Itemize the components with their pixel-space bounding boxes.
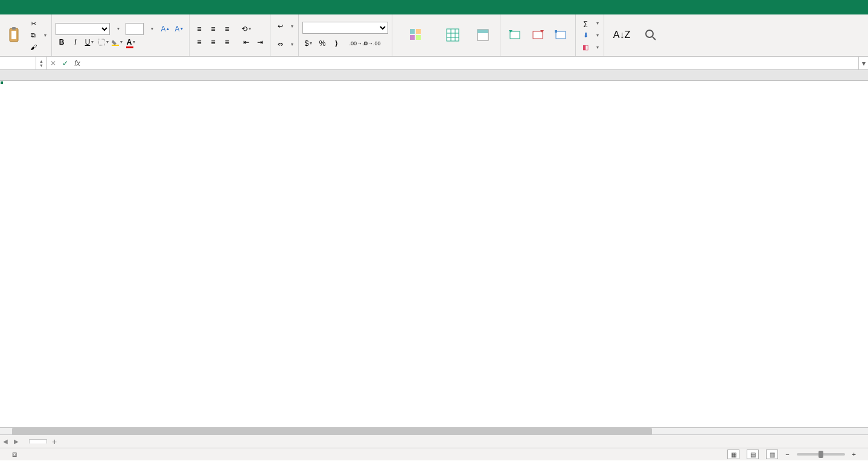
sort-icon: A↓Z	[613, 27, 630, 43]
svg-rect-6	[416, 29, 421, 34]
italic-button[interactable]: I	[69, 36, 81, 48]
sheet-tab-bar: ◀ ▶ +	[0, 434, 868, 448]
alignment-group: ≡ ≡ ≡ ⟲ ≡ ≡ ≡ ⇤ ⇥	[190, 14, 270, 56]
fill-color-button[interactable]	[111, 36, 123, 48]
svg-rect-2	[11, 31, 16, 39]
decrease-decimal-button[interactable]: .0→.00	[366, 37, 378, 49]
clear-button[interactable]: ◧	[579, 42, 600, 53]
wrap-text-icon: ↩	[275, 22, 285, 31]
search-icon	[642, 27, 659, 43]
decrease-indent-button[interactable]: ⇤	[240, 36, 252, 48]
paste-button[interactable]	[4, 25, 25, 46]
sort-filter-button[interactable]: A↓Z	[608, 16, 636, 55]
align-center-button[interactable]: ≡	[207, 36, 219, 48]
percent-format-button[interactable]: %	[316, 37, 328, 49]
copy-icon: ⧉	[28, 31, 38, 40]
svg-rect-15	[477, 30, 488, 33]
increase-indent-button[interactable]: ⇥	[254, 36, 266, 48]
merge-center-button[interactable]: ⇔	[274, 39, 295, 50]
align-bottom-button[interactable]: ≡	[221, 23, 233, 35]
wrap-merge-group: ↩ ⇔	[270, 14, 299, 56]
horizontal-scrollbar[interactable]	[0, 427, 868, 434]
accounting-format-button[interactable]: $	[302, 37, 314, 49]
ribbon: ✂︎ ⧉ 🖌 A▲ A▼ B I U A ≡ ≡ ≡	[0, 14, 868, 57]
decrease-font-button[interactable]: A▼	[173, 23, 185, 35]
sheet-tab[interactable]	[29, 439, 47, 443]
svg-rect-5	[410, 29, 415, 34]
normal-view-button[interactable]: ▦	[727, 450, 739, 459]
underline-button[interactable]: U	[83, 36, 95, 48]
macro-record-icon[interactable]: ⧈	[12, 450, 17, 459]
paintbrush-icon: 🖌	[28, 42, 38, 52]
number-format-select[interactable]	[302, 22, 388, 34]
fill-down-icon: ⬇	[581, 31, 590, 40]
align-middle-button[interactable]: ≡	[207, 23, 219, 35]
delete-cells-button[interactable]	[527, 16, 549, 55]
name-box[interactable]	[0, 57, 36, 69]
align-top-button[interactable]: ≡	[193, 23, 205, 35]
clipboard-group: ✂︎ ⧉ 🖌	[0, 14, 52, 56]
font-size-input[interactable]	[126, 23, 144, 35]
increase-font-button[interactable]: A▲	[159, 23, 171, 35]
ribbon-tabs	[0, 0, 868, 14]
spreadsheet-grid[interactable]	[0, 70, 868, 427]
svg-point-20	[646, 30, 653, 37]
align-left-button[interactable]: ≡	[193, 36, 205, 48]
fill-handle[interactable]	[0, 81, 4, 84]
wrap-text-button[interactable]: ↩	[274, 21, 295, 32]
copy-button[interactable]: ⧉	[27, 30, 48, 41]
cut-button[interactable]: ✂︎	[27, 19, 48, 30]
page-layout-view-button[interactable]: ▤	[747, 450, 759, 459]
increase-decimal-button[interactable]: .00→.0	[352, 37, 364, 49]
formula-bar-expand-button[interactable]: ▾	[858, 57, 868, 69]
insert-cells-button[interactable]	[504, 16, 526, 55]
delete-icon	[529, 27, 546, 43]
sheet-nav-next[interactable]: ▶	[11, 438, 22, 445]
svg-rect-8	[416, 35, 421, 40]
formula-input[interactable]	[83, 57, 858, 69]
fill-button[interactable]: ⬇	[579, 30, 600, 41]
cells-group	[500, 14, 576, 56]
autosum-button[interactable]: ∑	[579, 18, 600, 29]
svg-rect-3	[98, 39, 104, 45]
comma-format-button[interactable]: ⟩	[330, 37, 342, 49]
svg-rect-16	[510, 31, 520, 39]
orientation-button[interactable]: ⟲	[240, 23, 252, 35]
insert-icon	[506, 27, 523, 43]
format-painter-button[interactable]: 🖌	[27, 42, 48, 52]
clipboard-icon	[6, 27, 23, 43]
svg-rect-19	[555, 30, 557, 33]
conditional-formatting-button[interactable]	[396, 16, 436, 55]
cell-styles-icon	[474, 27, 491, 43]
font-size-dropdown[interactable]	[145, 23, 158, 35]
editing-group: ∑ ⬇ ◧	[576, 14, 604, 56]
font-color-button[interactable]: A	[125, 36, 137, 48]
font-name-dropdown[interactable]	[112, 23, 124, 35]
font-name-select[interactable]	[56, 23, 110, 35]
zoom-out-button[interactable]: −	[785, 451, 789, 458]
sheet-nav-prev[interactable]: ◀	[0, 438, 11, 445]
bold-button[interactable]: B	[56, 36, 68, 48]
name-box-stepper[interactable]: ▲▼	[36, 57, 47, 69]
scissors-icon: ✂︎	[28, 19, 38, 29]
svg-rect-1	[12, 27, 16, 30]
cancel-formula-button[interactable]: ✕	[47, 57, 59, 69]
cell-styles-button[interactable]	[470, 16, 496, 55]
zoom-slider[interactable]	[797, 453, 845, 456]
add-sheet-button[interactable]: +	[47, 437, 62, 447]
zoom-in-button[interactable]: +	[852, 451, 856, 458]
format-as-table-button[interactable]	[437, 16, 468, 55]
align-right-button[interactable]: ≡	[221, 36, 233, 48]
sort-find-group: A↓Z	[604, 14, 668, 56]
merge-icon: ⇔	[275, 40, 285, 49]
font-group: A▲ A▼ B I U A	[52, 14, 190, 56]
fx-icon: fx	[71, 57, 83, 69]
formula-bar: ▲▼ ✕ ✓ fx ▾	[0, 57, 868, 70]
borders-button[interactable]	[97, 36, 109, 48]
enter-formula-button[interactable]: ✓	[59, 57, 71, 69]
page-break-view-button[interactable]: ▥	[766, 450, 778, 459]
fmt-table-icon	[444, 27, 461, 43]
find-select-button[interactable]	[637, 16, 665, 55]
format-cells-button[interactable]	[550, 16, 572, 55]
number-group: $ % ⟩ .00→.0 .0→.00	[299, 14, 392, 56]
